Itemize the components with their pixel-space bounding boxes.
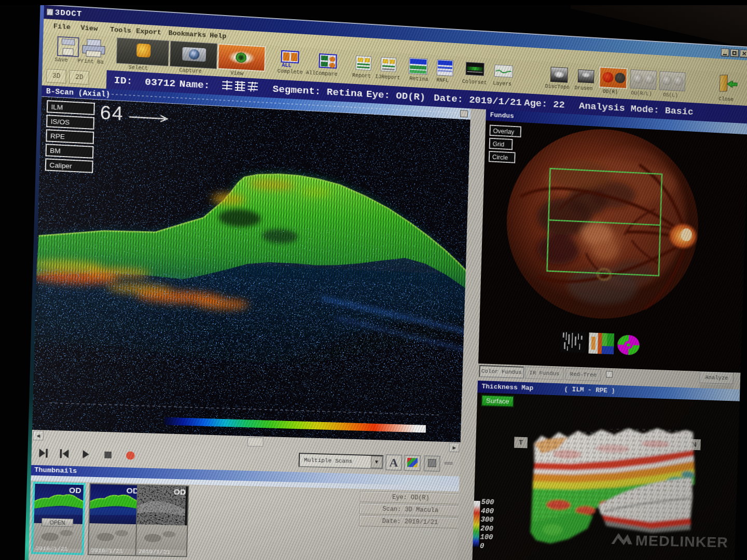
svg-text:MEDLINKER: MEDLINKER [635,532,728,551]
